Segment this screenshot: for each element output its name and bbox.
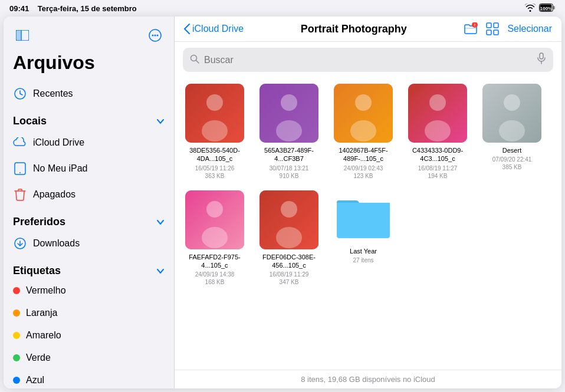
file-item[interactable]: FAEFAFD2-F975-4...105_c 24/09/19 14:3816… — [183, 190, 247, 286]
wifi-icon — [525, 4, 536, 14]
file-thumb — [334, 84, 393, 143]
search-input[interactable] — [204, 55, 532, 65]
svg-text:100%: 100% — [540, 6, 552, 11]
file-meta: 24/09/19 14:38168 KB — [195, 271, 235, 286]
sidebar-item-vermelho[interactable]: Vermelho — [4, 279, 174, 302]
azul-tag-dot — [13, 377, 20, 384]
status-bar: 09:41 Terça-feira, 15 de setembro 100% — [0, 0, 565, 17]
svg-point-44 — [281, 201, 297, 218]
svg-point-27 — [202, 120, 228, 141]
sidebar-item-apagados[interactable]: Apagados — [4, 182, 174, 207]
recentes-icon — [13, 87, 27, 101]
trash-icon — [13, 187, 27, 202]
recentes-label: Recentes — [33, 88, 73, 99]
verde-label: Verde — [26, 353, 51, 363]
svg-rect-23 — [540, 53, 543, 59]
nav-bar: iCloud Drive Portrait Photography ! — [175, 17, 561, 42]
sidebar: Arquivos Recentes Locais — [4, 17, 175, 388]
file-name: C4334333-0DD9-4C3...105_c — [406, 146, 469, 163]
file-item[interactable]: Desert 07/09/20 22:41385 KB — [480, 84, 544, 180]
svg-point-9 — [155, 35, 156, 37]
sidebar-item-amarelo[interactable]: Amarelo — [4, 324, 174, 347]
status-time-date: 09:41 Terça-feira, 15 de setembro — [9, 4, 137, 13]
footer-bar: 8 itens, 19,68 GB disponíveis no iCloud — [175, 370, 561, 388]
locais-chevron-icon[interactable] — [156, 117, 165, 126]
grid-view-button[interactable] — [486, 22, 499, 35]
svg-rect-17 — [487, 23, 491, 28]
file-name: 1402867B-4F5F-489F-...105_c — [331, 146, 395, 163]
svg-rect-4 — [16, 30, 21, 41]
laranja-tag-dot — [13, 309, 20, 317]
file-item[interactable]: 1402867B-4F5F-489F-...105_c 24/09/19 02:… — [331, 84, 395, 180]
sidebar-item-icloud-drive[interactable]: iCloud Drive — [4, 130, 174, 156]
downloads-label: Downloads — [33, 238, 80, 249]
svg-point-29 — [281, 94, 297, 111]
svg-point-35 — [429, 94, 446, 111]
folder-view-button[interactable]: ! — [464, 22, 478, 35]
sidebar-item-recentes[interactable]: Recentes — [4, 81, 174, 107]
svg-point-38 — [504, 94, 520, 111]
svg-point-33 — [350, 120, 376, 141]
svg-point-39 — [499, 120, 525, 141]
file-meta: 16/05/19 11:26363 KB — [195, 164, 235, 180]
file-item[interactable]: C4334333-0DD9-4C3...105_c 16/08/19 11:27… — [406, 84, 469, 180]
icloud-icon — [13, 136, 27, 150]
svg-point-10 — [157, 35, 159, 37]
main-content: iCloud Drive Portrait Photography ! — [175, 17, 561, 388]
status-date: Terça-feira, 15 de setembro — [38, 4, 137, 13]
preferidos-chevron-icon[interactable] — [156, 218, 165, 227]
sidebar-item-no-meu-ipad[interactable]: No Meu iPad — [4, 156, 174, 182]
more-options-button[interactable] — [146, 26, 165, 45]
file-name: 38DE5356-540D-4DA...105_c — [183, 146, 247, 163]
file-thumb — [185, 190, 244, 249]
file-thumb — [482, 84, 541, 143]
sidebar-item-verde[interactable]: Verde — [4, 347, 174, 369]
page-title: Portrait Photography — [301, 23, 407, 35]
file-name: Desert — [502, 146, 521, 154]
svg-point-8 — [152, 35, 154, 37]
sidebar-toggle-button[interactable] — [13, 26, 32, 45]
folder-thumb — [334, 190, 393, 243]
sidebar-item-azul[interactable]: Azul — [4, 369, 174, 388]
svg-text:!: ! — [474, 23, 475, 27]
amarelo-tag-dot — [13, 332, 20, 339]
download-icon — [13, 236, 27, 251]
search-bar[interactable] — [183, 48, 553, 72]
select-button[interactable]: Selecionar — [507, 24, 552, 34]
nav-actions: ! Selecionar — [464, 22, 552, 35]
etiquetas-chevron-icon[interactable] — [156, 266, 165, 276]
file-item[interactable]: 565A3B27-489F-4...CF3B7 30/07/18 13:2191… — [257, 84, 321, 180]
azul-label: Azul — [26, 375, 44, 386]
file-thumb — [185, 84, 244, 143]
apagados-label: Apagados — [33, 189, 75, 200]
svg-point-42 — [202, 227, 228, 248]
back-button[interactable]: iCloud Drive — [184, 24, 244, 34]
file-meta: 30/07/18 13:21910 KB — [270, 164, 309, 180]
svg-point-45 — [276, 227, 302, 248]
svg-point-26 — [206, 94, 223, 111]
sidebar-item-laranja[interactable]: Laranja — [4, 302, 174, 324]
file-grid: 38DE5356-540D-4DA...105_c 16/05/19 11:26… — [175, 78, 561, 370]
svg-rect-2 — [553, 6, 555, 9]
svg-point-30 — [276, 120, 302, 141]
file-item[interactable]: 38DE5356-540D-4DA...105_c 16/05/19 11:26… — [183, 84, 247, 180]
etiquetas-section-header: Etiquetas — [4, 256, 174, 279]
file-thumb — [259, 190, 318, 249]
ipad-icon — [13, 162, 27, 176]
search-icon — [190, 54, 199, 66]
svg-rect-19 — [487, 30, 491, 35]
icloud-drive-label: iCloud Drive — [33, 137, 84, 148]
vermelho-label: Vermelho — [26, 285, 66, 296]
file-meta: 24/09/19 02:43123 KB — [344, 164, 383, 180]
preferidos-section-header: Preferidos — [4, 207, 174, 230]
footer-text: 8 itens, 19,68 GB disponíveis no iCloud — [301, 375, 435, 384]
sidebar-item-downloads[interactable]: Downloads — [4, 230, 174, 256]
file-item[interactable]: Last Year 27 itens — [331, 190, 395, 286]
locais-header-title: Locais — [13, 115, 47, 127]
svg-rect-20 — [494, 30, 498, 35]
file-item[interactable]: FDEF06DC-308E-456...105_c 16/08/19 11:29… — [257, 190, 321, 286]
locais-section-header: Locais — [4, 107, 174, 130]
microphone-icon[interactable] — [537, 52, 546, 67]
file-name: 565A3B27-489F-4...CF3B7 — [257, 146, 321, 163]
file-thumb — [259, 84, 318, 143]
